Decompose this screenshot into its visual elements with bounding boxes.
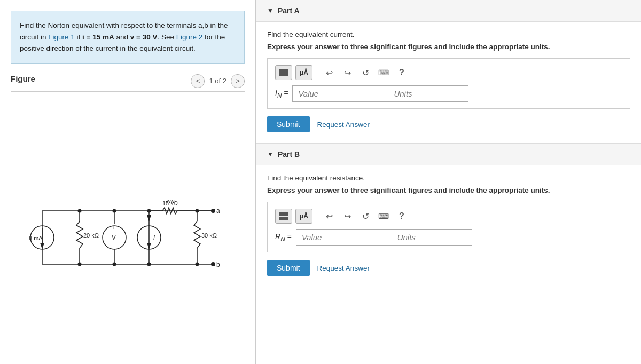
problem-statement: Find the Norton equivalent with respect … — [11, 11, 245, 64]
equation-i: i = 15 mA — [82, 33, 114, 41]
keyboard-button[interactable]: ⌨ — [376, 65, 391, 80]
part-b-undo-button[interactable]: ↩ — [322, 209, 337, 224]
equation-v: v = 30 V — [130, 33, 158, 41]
part-b-title: Part B — [278, 150, 300, 159]
part-a-collapse-icon[interactable]: ▼ — [267, 7, 273, 14]
problem-text-2: if — [75, 33, 82, 41]
part-b-toolbar-sep — [317, 211, 317, 221]
part-b-find-text: Find the equivalent resistance. — [267, 174, 630, 182]
svg-marker-19 — [147, 243, 151, 249]
part-a-express-text: Express your answer to three significant… — [267, 43, 630, 51]
part-a-submit-button[interactable]: Submit — [267, 116, 310, 132]
problem-text-4: . See — [157, 33, 176, 41]
part-a-header: ▼ Part A — [256, 0, 641, 22]
svg-text:b: b — [216, 261, 220, 268]
matrix-button[interactable] — [275, 65, 292, 80]
part-b-label: RN = — [275, 232, 292, 242]
svg-text:a: a — [216, 207, 220, 215]
part-b-input-row: RN = — [275, 229, 622, 246]
svg-point-38 — [196, 262, 199, 266]
refresh-button[interactable]: ↺ — [358, 65, 373, 80]
mu-button[interactable]: μÅ — [295, 65, 312, 80]
part-a-find-text: Find the equivalent current. — [267, 30, 630, 38]
redo-button[interactable]: ↪ — [340, 65, 355, 80]
svg-point-36 — [147, 262, 151, 266]
part-a-units-input[interactable] — [388, 85, 468, 102]
part-a-toolbar: μÅ ↩ ↪ ↺ ⌨ ? — [275, 65, 622, 80]
left-panel: Find the Norton equivalent with respect … — [0, 0, 256, 364]
figure2-link[interactable]: Figure 2 — [176, 33, 203, 41]
part-a-answer-box: μÅ ↩ ↪ ↺ ⌨ ? IN = — [267, 58, 630, 109]
svg-point-27 — [211, 209, 215, 213]
part-b-redo-button[interactable]: ↪ — [340, 209, 355, 224]
svg-text:8 mA: 8 mA — [29, 235, 43, 241]
part-b-value-input[interactable] — [296, 229, 392, 246]
part-a-label: IN = — [275, 89, 288, 99]
svg-text:i: i — [153, 234, 155, 242]
part-b-mu-button[interactable]: μÅ — [295, 209, 312, 224]
svg-point-34 — [78, 262, 82, 266]
right-panel: ▼ Part A Find the equivalent current. Ex… — [256, 0, 641, 364]
part-b-answer-box: μÅ ↩ ↪ ↺ ⌨ ? RN = — [267, 202, 630, 252]
part-a-request-link[interactable]: Request Answer — [317, 121, 370, 129]
part-b-collapse-icon[interactable]: ▼ — [267, 151, 273, 158]
part-b-submit-button[interactable]: Submit — [267, 260, 310, 276]
svg-point-29 — [211, 262, 215, 266]
part-b-matrix-icon — [279, 212, 288, 220]
next-figure-button[interactable]: > — [231, 74, 245, 88]
svg-point-37 — [196, 209, 199, 212]
svg-marker-5 — [40, 243, 44, 249]
svg-point-33 — [147, 209, 151, 212]
svg-text:20 kΩ: 20 kΩ — [83, 232, 99, 239]
prev-figure-button[interactable]: < — [191, 74, 205, 88]
svg-point-31 — [78, 209, 82, 212]
figure1-link[interactable]: Figure 1 — [48, 33, 75, 41]
part-a-value-input[interactable] — [292, 85, 388, 102]
part-b-content: Find the equivalent resistance. Express … — [256, 165, 641, 287]
svg-point-35 — [113, 262, 116, 266]
part-b-request-link[interactable]: Request Answer — [317, 264, 370, 272]
part-b-action-row: Submit Request Answer — [267, 260, 630, 276]
part-a-content: Find the equivalent current. Express you… — [256, 22, 641, 143]
part-b-express-text: Express your answer to three significant… — [267, 186, 630, 194]
matrix-icon — [279, 69, 288, 76]
help-button[interactable]: ? — [394, 65, 409, 80]
figure-label: Figure — [11, 74, 35, 83]
page-indicator: 1 of 2 — [209, 77, 226, 85]
svg-marker-16 — [147, 215, 151, 221]
part-a-input-row: IN = — [275, 85, 622, 102]
part-a-title: Part A — [278, 6, 300, 15]
svg-text:V: V — [112, 234, 116, 241]
part-b-units-input[interactable] — [392, 229, 472, 246]
toolbar-sep-1 — [317, 67, 317, 78]
part-b-matrix-button[interactable] — [275, 209, 292, 224]
svg-point-32 — [113, 209, 116, 212]
part-b-toolbar: μÅ ↩ ↪ ↺ ⌨ ? — [275, 209, 622, 224]
part-b-refresh-button[interactable]: ↺ — [358, 209, 373, 224]
part-b-section: ▼ Part B Find the equivalent resistance.… — [256, 144, 641, 287]
part-b-header: ▼ Part B — [256, 144, 641, 165]
circuit-diagram: 8 mA 20 kΩ V + i 15 — [11, 122, 245, 353]
svg-text:30 kΩ: 30 kΩ — [201, 232, 217, 239]
part-b-keyboard-button[interactable]: ⌨ — [376, 209, 391, 224]
undo-button[interactable]: ↩ — [322, 65, 337, 80]
part-a-section: ▼ Part A Find the equivalent current. Ex… — [256, 0, 641, 144]
problem-text-3: and — [114, 33, 130, 41]
svg-text:+: + — [111, 223, 115, 231]
part-b-help-button[interactable]: ? — [394, 209, 409, 224]
svg-text:ww: ww — [166, 198, 175, 204]
part-a-action-row: Submit Request Answer — [267, 116, 630, 132]
